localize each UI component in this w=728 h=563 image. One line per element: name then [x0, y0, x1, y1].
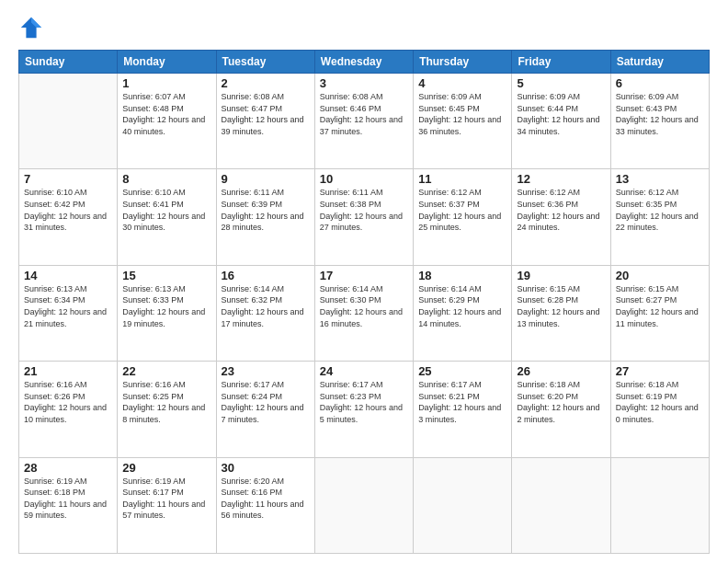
weekday-header-thursday: Thursday	[414, 51, 512, 74]
day-info: Sunrise: 6:16 AM Sunset: 6:25 PM Dayligh…	[122, 379, 210, 425]
day-info: Sunrise: 6:18 AM Sunset: 6:19 PM Dayligh…	[616, 379, 704, 425]
calendar-cell: 17Sunrise: 6:14 AM Sunset: 6:30 PM Dayli…	[314, 265, 413, 361]
day-info: Sunrise: 6:16 AM Sunset: 6:26 PM Dayligh…	[24, 379, 112, 425]
week-row-3: 14Sunrise: 6:13 AM Sunset: 6:34 PM Dayli…	[19, 265, 710, 361]
day-info: Sunrise: 6:07 AM Sunset: 6:48 PM Dayligh…	[122, 91, 210, 137]
day-number: 1	[122, 76, 210, 90]
day-info: Sunrise: 6:09 AM Sunset: 6:44 PM Dayligh…	[517, 91, 605, 137]
day-number: 8	[122, 172, 210, 186]
logo-icon	[18, 15, 44, 40]
calendar-cell: 30Sunrise: 6:20 AM Sunset: 6:16 PM Dayli…	[216, 457, 314, 553]
calendar-cell: 19Sunrise: 6:15 AM Sunset: 6:28 PM Dayli…	[512, 265, 610, 361]
day-info: Sunrise: 6:13 AM Sunset: 6:34 PM Dayligh…	[24, 283, 112, 329]
calendar-cell: 15Sunrise: 6:13 AM Sunset: 6:33 PM Dayli…	[118, 265, 216, 361]
calendar-cell: 22Sunrise: 6:16 AM Sunset: 6:25 PM Dayli…	[118, 362, 216, 457]
day-info: Sunrise: 6:15 AM Sunset: 6:28 PM Dayligh…	[517, 283, 605, 329]
day-info: Sunrise: 6:12 AM Sunset: 6:35 PM Dayligh…	[616, 187, 704, 233]
calendar-cell	[512, 457, 610, 553]
logo	[18, 15, 46, 40]
day-number: 16	[222, 269, 310, 282]
day-info: Sunrise: 6:09 AM Sunset: 6:43 PM Dayligh…	[616, 91, 704, 137]
calendar-cell	[414, 457, 512, 553]
calendar-cell: 25Sunrise: 6:17 AM Sunset: 6:21 PM Dayli…	[414, 362, 512, 457]
day-number: 11	[418, 172, 506, 186]
calendar-cell: 20Sunrise: 6:15 AM Sunset: 6:27 PM Dayli…	[610, 265, 709, 361]
day-number: 28	[24, 461, 112, 475]
day-number: 25	[418, 364, 506, 378]
day-info: Sunrise: 6:19 AM Sunset: 6:18 PM Dayligh…	[24, 476, 112, 522]
day-number: 18	[418, 269, 506, 282]
calendar-cell: 26Sunrise: 6:18 AM Sunset: 6:20 PM Dayli…	[512, 362, 610, 457]
calendar-cell: 18Sunrise: 6:14 AM Sunset: 6:29 PM Dayli…	[414, 265, 512, 361]
day-info: Sunrise: 6:17 AM Sunset: 6:24 PM Dayligh…	[222, 379, 310, 425]
header	[18, 15, 710, 40]
day-info: Sunrise: 6:11 AM Sunset: 6:38 PM Dayligh…	[320, 187, 408, 233]
page: SundayMondayTuesdayWednesdayThursdayFrid…	[0, 0, 728, 563]
day-number: 3	[320, 76, 408, 90]
calendar-cell: 28Sunrise: 6:19 AM Sunset: 6:18 PM Dayli…	[19, 457, 118, 553]
day-number: 5	[517, 76, 605, 90]
day-number: 21	[24, 364, 112, 378]
day-number: 6	[616, 76, 704, 90]
day-info: Sunrise: 6:10 AM Sunset: 6:41 PM Dayligh…	[122, 187, 210, 233]
day-number: 7	[24, 172, 112, 186]
calendar-cell: 3Sunrise: 6:08 AM Sunset: 6:46 PM Daylig…	[314, 74, 413, 169]
day-number: 20	[616, 269, 704, 282]
weekday-header-monday: Monday	[118, 51, 216, 74]
day-number: 2	[222, 76, 310, 90]
calendar-cell: 23Sunrise: 6:17 AM Sunset: 6:24 PM Dayli…	[216, 362, 314, 457]
day-info: Sunrise: 6:14 AM Sunset: 6:30 PM Dayligh…	[320, 283, 408, 329]
calendar-cell: 1Sunrise: 6:07 AM Sunset: 6:48 PM Daylig…	[118, 74, 216, 169]
weekday-header-tuesday: Tuesday	[216, 51, 314, 74]
calendar-cell	[610, 457, 709, 553]
calendar-cell: 21Sunrise: 6:16 AM Sunset: 6:26 PM Dayli…	[19, 362, 118, 457]
day-info: Sunrise: 6:08 AM Sunset: 6:46 PM Dayligh…	[320, 91, 408, 137]
calendar-cell: 29Sunrise: 6:19 AM Sunset: 6:17 PM Dayli…	[118, 457, 216, 553]
day-number: 12	[517, 172, 605, 186]
week-row-2: 7Sunrise: 6:10 AM Sunset: 6:42 PM Daylig…	[19, 169, 710, 265]
day-number: 13	[616, 172, 704, 186]
day-number: 22	[122, 364, 210, 378]
calendar-cell: 11Sunrise: 6:12 AM Sunset: 6:37 PM Dayli…	[414, 169, 512, 265]
day-info: Sunrise: 6:14 AM Sunset: 6:32 PM Dayligh…	[222, 283, 310, 329]
calendar-cell: 14Sunrise: 6:13 AM Sunset: 6:34 PM Dayli…	[19, 265, 118, 361]
week-row-5: 28Sunrise: 6:19 AM Sunset: 6:18 PM Dayli…	[19, 457, 710, 553]
day-number: 29	[122, 461, 210, 475]
day-info: Sunrise: 6:19 AM Sunset: 6:17 PM Dayligh…	[122, 476, 210, 522]
calendar-cell: 6Sunrise: 6:09 AM Sunset: 6:43 PM Daylig…	[610, 74, 709, 169]
calendar-cell	[19, 74, 118, 169]
calendar-cell: 4Sunrise: 6:09 AM Sunset: 6:45 PM Daylig…	[414, 74, 512, 169]
day-info: Sunrise: 6:13 AM Sunset: 6:33 PM Dayligh…	[122, 283, 210, 329]
day-number: 23	[222, 364, 310, 378]
day-number: 14	[24, 269, 112, 282]
day-number: 4	[418, 76, 506, 90]
weekday-header-sunday: Sunday	[19, 51, 118, 74]
calendar-cell	[314, 457, 413, 553]
day-info: Sunrise: 6:17 AM Sunset: 6:23 PM Dayligh…	[320, 379, 408, 425]
day-info: Sunrise: 6:14 AM Sunset: 6:29 PM Dayligh…	[418, 283, 506, 329]
day-number: 9	[222, 172, 310, 186]
weekday-header-saturday: Saturday	[610, 51, 709, 74]
day-number: 26	[517, 364, 605, 378]
day-info: Sunrise: 6:12 AM Sunset: 6:36 PM Dayligh…	[517, 187, 605, 233]
day-number: 24	[320, 364, 408, 378]
day-info: Sunrise: 6:18 AM Sunset: 6:20 PM Dayligh…	[517, 379, 605, 425]
day-info: Sunrise: 6:11 AM Sunset: 6:39 PM Dayligh…	[222, 187, 310, 233]
calendar-table: SundayMondayTuesdayWednesdayThursdayFrid…	[18, 50, 710, 554]
calendar-cell: 16Sunrise: 6:14 AM Sunset: 6:32 PM Dayli…	[216, 265, 314, 361]
day-number: 19	[517, 269, 605, 282]
weekday-header-wednesday: Wednesday	[314, 51, 413, 74]
calendar-cell: 13Sunrise: 6:12 AM Sunset: 6:35 PM Dayli…	[610, 169, 709, 265]
day-info: Sunrise: 6:12 AM Sunset: 6:37 PM Dayligh…	[418, 187, 506, 233]
calendar-cell: 12Sunrise: 6:12 AM Sunset: 6:36 PM Dayli…	[512, 169, 610, 265]
day-number: 10	[320, 172, 408, 186]
day-number: 15	[122, 269, 210, 282]
day-number: 27	[616, 364, 704, 378]
week-row-4: 21Sunrise: 6:16 AM Sunset: 6:26 PM Dayli…	[19, 362, 710, 457]
calendar-cell: 2Sunrise: 6:08 AM Sunset: 6:47 PM Daylig…	[216, 74, 314, 169]
calendar-cell: 8Sunrise: 6:10 AM Sunset: 6:41 PM Daylig…	[118, 169, 216, 265]
calendar-cell: 27Sunrise: 6:18 AM Sunset: 6:19 PM Dayli…	[610, 362, 709, 457]
calendar-cell: 9Sunrise: 6:11 AM Sunset: 6:39 PM Daylig…	[216, 169, 314, 265]
weekday-header-friday: Friday	[512, 51, 610, 74]
day-info: Sunrise: 6:15 AM Sunset: 6:27 PM Dayligh…	[616, 283, 704, 329]
